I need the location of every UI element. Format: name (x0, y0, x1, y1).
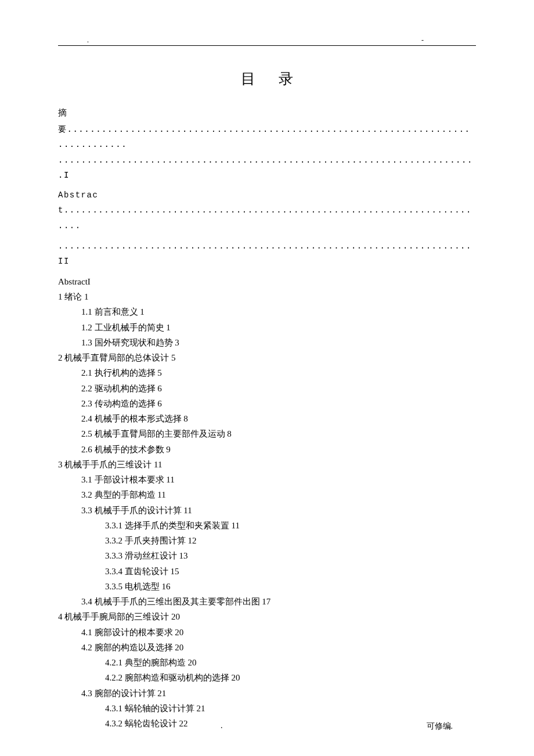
toc-entry: 1 绪论 1 (58, 289, 476, 304)
abstract-en-line-1: Abstract................................… (58, 188, 476, 234)
footer-dot: . (221, 721, 223, 730)
toc-entry: 1.2 工业机械手的简史 1 (81, 320, 476, 335)
toc-entry: 4 机械手手腕局部的三维设计 20 (58, 609, 476, 624)
toc-entry: 2.2 驱动机构的选择 6 (81, 381, 476, 396)
toc-entry: 3 机械手手爪的三维设计 11 (58, 457, 476, 472)
toc-entry: 4.2 腕部的构造以及选择 20 (81, 640, 476, 655)
toc-entry: 3.3.5 电机选型 16 (105, 579, 476, 594)
toc-entry: 4.3.1 蜗轮轴的设计计算 21 (105, 701, 476, 716)
toc-entry: 1.3 国外研究现状和趋势 3 (81, 335, 476, 350)
toc-entry: 4.3 腕部的设计计算 21 (81, 686, 476, 701)
toc-entry: 4.1 腕部设计的根本要求 20 (81, 625, 476, 640)
abstract-en-line-2: ........................................… (58, 239, 476, 269)
footer-text: 可修编. (427, 721, 453, 732)
toc-entry: 3.3.2 手爪夹持围计算 12 (105, 533, 476, 548)
toc-entry: 2.6 机械手的技术参数 9 (81, 442, 476, 457)
toc-entry: 3.1 手部设计根本要求 11 (81, 472, 476, 487)
toc-entry: 3.3.3 滑动丝杠设计 13 (105, 548, 476, 563)
toc-entry: 3.3.1 选择手爪的类型和夹紧装置 11 (105, 518, 476, 533)
document-page: . - 目录 摘 要..............................… (0, 0, 534, 756)
abstract-zh-dots-1: 要.......................................… (58, 121, 476, 152)
toc-entry: 3.3.4 直齿轮设计 15 (105, 564, 476, 579)
toc-entry: 2 机械手直臂局部的总体设计 5 (58, 350, 476, 365)
toc-entry: 2.5 机械手直臂局部的主要部件及运动 8 (81, 426, 476, 441)
toc-entry: 1.1 前言和意义 1 (81, 304, 476, 319)
header-rule: . - (58, 41, 476, 46)
toc-entry: 4.3.2 蜗轮齿轮设计 22 (105, 716, 476, 731)
content-area: 摘 要.....................................… (58, 105, 476, 731)
header-dot: . (87, 36, 89, 45)
abstract-zh-label-1: 摘 (58, 105, 476, 121)
page-title: 目录 (58, 69, 476, 88)
toc-entry: 2.3 传动构造的选择 6 (81, 396, 476, 411)
abstract-zh-dots-2: ........................................… (58, 152, 476, 183)
toc-entry: 3.2 典型的手部构造 11 (81, 487, 476, 502)
toc-entry: 2.1 执行机构的选择 5 (81, 365, 476, 380)
toc-entry: AbstractI (58, 274, 476, 289)
toc-list: AbstractI1 绪论 11.1 前言和意义 11.2 工业机械手的简史 1… (58, 274, 476, 732)
toc-entry: 3.3 机械手手爪的设计计算 11 (81, 503, 476, 518)
header-dash: - (421, 36, 424, 45)
toc-entry: 4.2.1 典型的腕部构造 20 (105, 655, 476, 670)
toc-entry: 4.2.2 腕部构造和驱动机构的选择 20 (105, 670, 476, 685)
toc-entry: 2.4 机械手的根本形式选择 8 (81, 411, 476, 426)
toc-entry: 3.4 机械手手爪的三维出图及其主要零部件出图 17 (81, 594, 476, 609)
